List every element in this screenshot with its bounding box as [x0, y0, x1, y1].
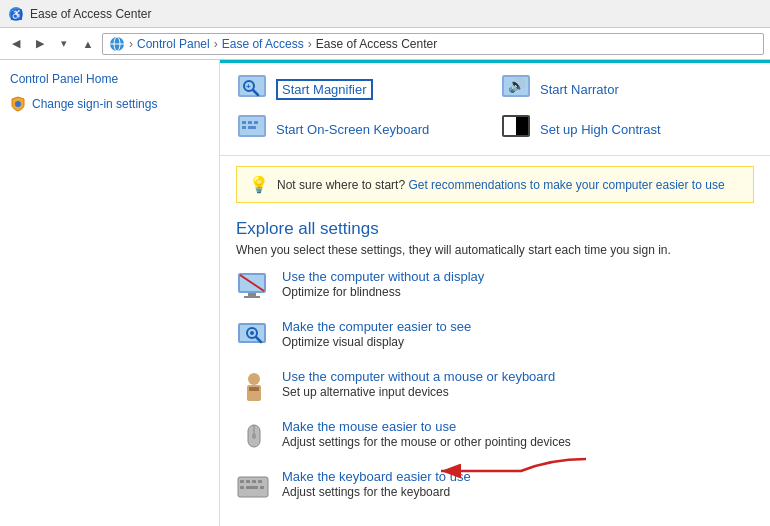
tip-icon: 💡: [249, 175, 269, 194]
svg-rect-22: [504, 117, 516, 135]
back-button[interactable]: ◀: [6, 34, 26, 54]
no-mouse-text: Use the computer without a mouse or keyb…: [282, 369, 555, 399]
explore-subtitle: When you select these settings, they wil…: [236, 243, 754, 257]
no-display-icon: [236, 269, 272, 305]
globe-icon: [109, 36, 125, 52]
qa-item-magnifier[interactable]: + Start Magnifier: [236, 73, 490, 105]
sidebar: Control Panel Home Change sign-in settin…: [0, 60, 220, 526]
path-sep2: ›: [214, 37, 218, 51]
no-display-desc: Optimize for blindness: [282, 285, 484, 299]
magnifier-icon: +: [236, 73, 268, 105]
setting-item-easier-mouse: Make the mouse easier to use Adjust sett…: [236, 419, 754, 455]
contrast-icon: [500, 113, 532, 145]
address-path: › Control Panel › Ease of Access › Ease …: [102, 33, 764, 55]
svg-text:+: +: [246, 82, 251, 91]
path-sep1: ›: [129, 37, 133, 51]
explore-title: Explore all settings: [236, 219, 754, 239]
path-sep3: ›: [308, 37, 312, 51]
svg-point-5: [15, 101, 21, 107]
up-button[interactable]: ▲: [78, 34, 98, 54]
narrator-icon: 🔊: [500, 73, 532, 105]
svg-point-39: [252, 433, 256, 439]
svg-rect-27: [244, 296, 260, 298]
svg-rect-43: [252, 480, 256, 483]
quick-access-section: + Start Magnifier 🔊 Start Narrator: [220, 63, 770, 156]
tip-static-text: Not sure where to start? Get recommendat…: [277, 178, 725, 192]
easier-see-icon: [236, 319, 272, 355]
narrator-label[interactable]: Start Narrator: [540, 82, 619, 97]
path-ease-access[interactable]: Ease of Access: [222, 37, 304, 51]
keyboard-icon: [236, 113, 268, 145]
forward-button[interactable]: ▶: [30, 34, 50, 54]
qa-item-keyboard[interactable]: Start On-Screen Keyboard: [236, 113, 490, 145]
easier-mouse-icon: [236, 419, 272, 455]
control-panel-home-link[interactable]: Control Panel Home: [10, 72, 209, 86]
window-icon: ♿: [8, 6, 24, 22]
change-signin-link[interactable]: Change sign-in settings: [10, 96, 209, 112]
svg-point-34: [248, 373, 260, 385]
svg-rect-36: [249, 387, 259, 391]
no-display-link[interactable]: Use the computer without a display: [282, 269, 484, 284]
svg-rect-41: [240, 480, 244, 483]
svg-rect-20: [248, 126, 256, 129]
svg-rect-44: [258, 480, 262, 483]
keyboard-label[interactable]: Start On-Screen Keyboard: [276, 122, 429, 137]
easier-see-text: Make the computer easier to see Optimize…: [282, 319, 471, 349]
svg-rect-46: [246, 486, 258, 489]
main-container: Control Panel Home Change sign-in settin…: [0, 60, 770, 526]
easier-see-link[interactable]: Make the computer easier to see: [282, 319, 471, 334]
tip-link[interactable]: Get recommendations to make your compute…: [408, 178, 724, 192]
qa-item-contrast[interactable]: Set up High Contrast: [500, 113, 754, 145]
svg-rect-17: [248, 121, 252, 124]
svg-point-32: [250, 331, 254, 335]
setting-item-easier-see: Make the computer easier to see Optimize…: [236, 319, 754, 355]
window-title: Ease of Access Center: [30, 7, 151, 21]
no-mouse-link[interactable]: Use the computer without a mouse or keyb…: [282, 369, 555, 384]
contrast-label[interactable]: Set up High Contrast: [540, 122, 661, 137]
svg-rect-18: [254, 121, 258, 124]
qa-item-narrator[interactable]: 🔊 Start Narrator: [500, 73, 754, 105]
setting-item-no-display: Use the computer without a display Optim…: [236, 269, 754, 305]
svg-rect-45: [240, 486, 244, 489]
easier-mouse-link[interactable]: Make the mouse easier to use: [282, 419, 571, 434]
easier-mouse-desc: Adjust settings for the mouse or other p…: [282, 435, 571, 449]
tip-static: Not sure where to start?: [277, 178, 405, 192]
no-mouse-desc: Set up alternative input devices: [282, 385, 555, 399]
easier-mouse-text: Make the mouse easier to use Adjust sett…: [282, 419, 571, 449]
path-control-panel[interactable]: Control Panel: [137, 37, 210, 51]
easier-see-desc: Optimize visual display: [282, 335, 471, 349]
title-bar: ♿ Ease of Access Center: [0, 0, 770, 28]
no-display-text: Use the computer without a display Optim…: [282, 269, 484, 299]
red-arrow-annotation: [431, 451, 591, 491]
svg-text:🔊: 🔊: [508, 77, 526, 94]
setting-item-no-mouse: Use the computer without a mouse or keyb…: [236, 369, 754, 405]
setting-item-easier-keyboard: Make the keyboard easier to use Adjust s…: [236, 469, 754, 505]
shield-icon: [10, 96, 26, 112]
svg-rect-16: [242, 121, 246, 124]
content-area: + Start Magnifier 🔊 Start Narrator: [220, 60, 770, 526]
explore-section: Explore all settings When you select the…: [220, 213, 770, 526]
svg-rect-19: [242, 126, 246, 129]
svg-rect-26: [248, 293, 256, 296]
path-current: Ease of Access Center: [316, 37, 437, 51]
svg-text:♿: ♿: [10, 8, 23, 21]
svg-rect-47: [260, 486, 264, 489]
svg-rect-23: [516, 117, 528, 135]
tip-bar: 💡 Not sure where to start? Get recommend…: [236, 166, 754, 203]
dropdown-button[interactable]: ▾: [54, 34, 74, 54]
no-mouse-icon: [236, 369, 272, 405]
svg-rect-42: [246, 480, 250, 483]
easier-keyboard-icon: [236, 469, 272, 505]
easier-keyboard-text: Make the keyboard easier to use Adjust s…: [282, 469, 471, 499]
address-bar: ◀ ▶ ▾ ▲ › Control Panel › Ease of Access…: [0, 28, 770, 60]
magnifier-label[interactable]: Start Magnifier: [276, 79, 373, 100]
